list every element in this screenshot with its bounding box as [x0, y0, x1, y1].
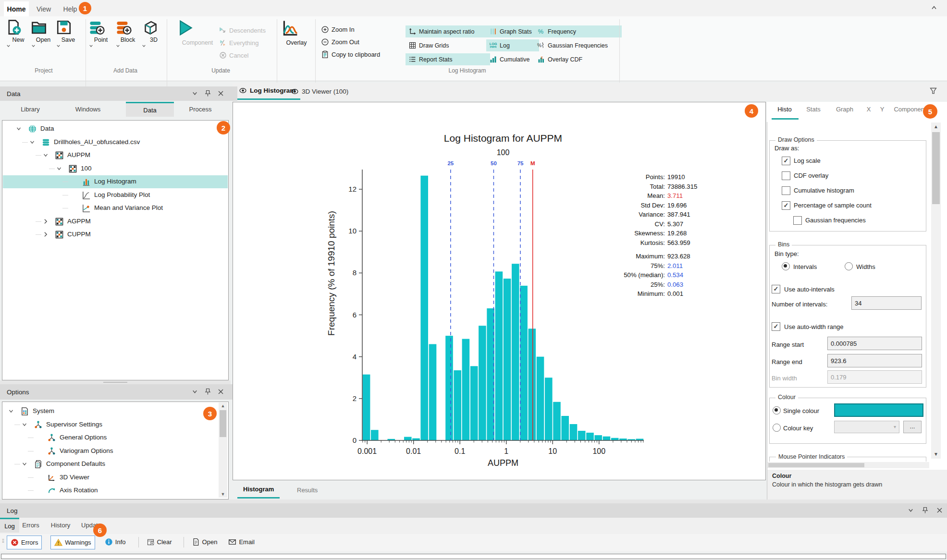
tree-item-supervisor-settings[interactable]: Supervisor Settings	[3, 418, 218, 431]
tree-item-system[interactable]: System	[3, 405, 218, 418]
update-everything-button[interactable]: Everything	[219, 37, 258, 48]
colour-key-radio[interactable]	[773, 424, 781, 432]
add-point-data-button[interactable]: Point	[88, 19, 113, 73]
tree-item-log-probability-plot[interactable]: Log Probability Plot	[3, 189, 228, 202]
expander-open-icon[interactable]	[21, 421, 28, 428]
expander-open-icon[interactable]	[56, 165, 62, 172]
options-panel-collapse-icon[interactable]	[191, 388, 198, 395]
properties-hscrollbar[interactable]	[767, 462, 929, 468]
properties-tab-graph[interactable]: Graph	[832, 102, 857, 117]
properties-tab-y[interactable]: Y	[876, 102, 888, 117]
data-panel-tab-data[interactable]: Data	[126, 102, 174, 117]
data-panel-pin-icon[interactable]	[204, 90, 211, 97]
report-stats-toggle[interactable]: Report Stats	[406, 53, 490, 65]
tree-item-general-options[interactable]: General Options	[3, 431, 218, 444]
tree-item-variogram-options[interactable]: Variogram Options	[3, 445, 218, 458]
tab-list-filter-icon[interactable]	[929, 87, 937, 95]
log-panel-close-icon[interactable]	[936, 507, 943, 514]
data-panel-tab-windows[interactable]: Windows	[57, 102, 119, 117]
open-log-button[interactable]: Open	[188, 536, 221, 548]
email-log-button[interactable]: Email	[225, 536, 258, 548]
point-dropdown-icon[interactable]	[88, 43, 113, 49]
options-panel-pin-icon[interactable]	[204, 388, 211, 395]
zoom-out-button[interactable]: Zoom Out	[321, 37, 359, 47]
save-dropdown-icon[interactable]	[56, 43, 81, 49]
open-dropdown-icon[interactable]	[31, 43, 56, 49]
colour-key-more-button[interactable]: ...	[903, 421, 922, 433]
doc-tab-3d-viewer[interactable]: 3D Viewer (100)	[286, 83, 353, 100]
use-auto-intervals-checkbox[interactable]: ✓	[772, 285, 780, 293]
options-scrollbar-thumb[interactable]	[220, 410, 226, 437]
tree-item-mean-and-variance-plot[interactable]: Mean and Variance Plot	[3, 202, 228, 215]
expander-open-icon[interactable]	[21, 461, 28, 467]
use-auto-width-checkbox[interactable]: ✓	[772, 322, 780, 331]
add-block-data-button[interactable]: Block	[115, 19, 140, 73]
tree-item-100[interactable]: 100	[3, 162, 228, 175]
ribbon-tab-view[interactable]: View	[32, 1, 56, 16]
expander-closed-icon[interactable]	[42, 218, 49, 225]
update-cancel-button[interactable]: Cancel	[219, 50, 248, 61]
log-tab-errors[interactable]: Errors	[17, 518, 44, 533]
3d-dropdown-icon[interactable]	[141, 43, 166, 49]
cumulative-toggle[interactable]: Cumulative	[486, 53, 539, 65]
properties-scrollbar[interactable]: ▲ ▼	[931, 122, 941, 459]
single-colour-label[interactable]: Single colour	[783, 407, 819, 414]
data-panel-tab-library[interactable]: Library	[7, 102, 54, 117]
update-component-button[interactable]: Component	[177, 19, 218, 73]
log-toggle[interactable]: LOGLog	[486, 39, 539, 51]
overlay-button[interactable]: Overlay	[282, 19, 311, 73]
data-panel-close-icon[interactable]	[217, 90, 224, 97]
panel-splitter[interactable]	[0, 380, 231, 384]
percentage-of-sample-count-checkbox[interactable]: ✓	[782, 201, 790, 210]
range-start-field[interactable]	[827, 337, 922, 350]
expander-open-icon[interactable]	[8, 408, 14, 414]
ribbon-tab-home[interactable]: Home	[4, 1, 29, 18]
toolbar-grip-icon[interactable]: ⁞⁞	[2, 538, 4, 544]
data-panel-tab-process[interactable]: Process	[176, 102, 225, 117]
single-colour-radio[interactable]	[773, 406, 781, 414]
ribbon-tab-help[interactable]: Help	[59, 1, 82, 16]
properties-scrollbar-thumb[interactable]	[932, 132, 940, 204]
properties-tab-x[interactable]: X	[863, 102, 874, 117]
info-log-button[interactable]: Info	[101, 536, 129, 548]
colour-key-label[interactable]: Colour key	[783, 425, 813, 432]
tree-item-component-defaults[interactable]: Component Defaults	[3, 458, 218, 471]
tree-item-drillholes-au-obfuscated-csv[interactable]: Drillholes_AU_obfuscated.csv	[3, 136, 228, 149]
log-panel-collapse-icon[interactable]	[907, 507, 914, 514]
chart-tab-histogram[interactable]: Histogram	[237, 481, 280, 499]
maintain-aspect-ratio-toggle[interactable]: Maintain aspect ratio	[406, 25, 490, 37]
number-of-intervals-field[interactable]	[851, 296, 922, 310]
properties-tab-histo[interactable]: Histo	[774, 102, 796, 117]
ribbon-collapse-icon[interactable]	[930, 4, 938, 12]
new-button[interactable]: New	[6, 19, 31, 73]
intervals-radio[interactable]	[782, 262, 790, 270]
copy-to-clipboard-button[interactable]: Copy to clipboard	[321, 49, 380, 60]
widths-radio[interactable]	[845, 262, 853, 270]
block-dropdown-icon[interactable]	[115, 43, 140, 49]
clear-log-button[interactable]: Clear	[143, 536, 175, 548]
cdf-overlay-checkbox[interactable]	[782, 171, 790, 180]
add-3d-data-button[interactable]: 3D	[141, 19, 166, 73]
tree-item-cuppm[interactable]: CUPPM	[3, 228, 228, 241]
frequency-toggle[interactable]: %Frequency	[534, 25, 622, 37]
log-tab-history[interactable]: History	[46, 518, 75, 533]
properties-tab-stats[interactable]: Stats	[802, 102, 824, 117]
zoom-in-button[interactable]: Zoom In	[321, 24, 355, 35]
widths-label[interactable]: Widths	[856, 263, 875, 270]
expander-open-icon[interactable]	[15, 125, 22, 132]
overlay-cdf-toggle[interactable]: ΣOverlay CDF	[534, 53, 622, 65]
scroll-up-icon[interactable]: ▲	[931, 122, 941, 131]
tree-item-data[interactable]: Data	[3, 122, 228, 135]
tree-item-3d-viewer[interactable]: 3D Viewer	[3, 471, 218, 484]
expander-closed-icon[interactable]	[42, 231, 49, 238]
warnings-log-button[interactable]: Warnings	[50, 536, 95, 549]
expander-open-icon[interactable]	[29, 139, 36, 146]
gaussian-frequencies-toggle[interactable]: %Gaussian Frequencies	[534, 39, 622, 51]
log-scale-checkbox[interactable]: ✓	[782, 157, 790, 165]
errors-log-button[interactable]: Errors	[7, 536, 42, 549]
update-descendents-button[interactable]: Descendents	[219, 25, 266, 36]
data-panel-collapse-icon[interactable]	[191, 90, 198, 97]
log-panel-pin-icon[interactable]	[922, 507, 929, 514]
draw-grids-toggle[interactable]: Draw Grids	[406, 39, 490, 51]
tree-item-axis-rotation[interactable]: Axis Rotation	[3, 484, 218, 497]
